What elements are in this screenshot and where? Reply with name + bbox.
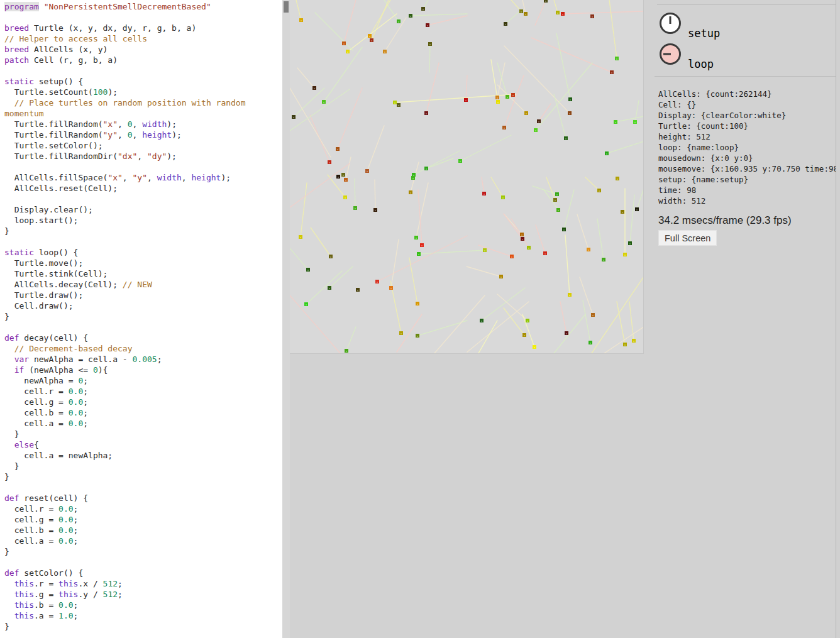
code-line bbox=[4, 194, 246, 204]
code-line: AllCells.fillSpace("x", "y", width, heig… bbox=[4, 172, 246, 183]
code-line: static loop() { bbox=[4, 247, 246, 258]
code-line: var newAlpha = cell.a - 0.005; bbox=[4, 354, 246, 365]
performance-text: 34.2 msecs/frame (29.3 fps) bbox=[658, 214, 792, 227]
code-line: Turtle.fillRandomDir("dx", "dy"); bbox=[4, 151, 246, 162]
code-line: } bbox=[4, 546, 246, 557]
code-line: cell.a = 0.0; bbox=[4, 418, 246, 429]
code-line: this.b = 0.0; bbox=[4, 600, 246, 610]
stats-line: time: 98 bbox=[658, 185, 836, 195]
code-line bbox=[4, 12, 246, 23]
code-line: } bbox=[4, 226, 246, 236]
code-line: cell.a = newAlpha; bbox=[4, 450, 246, 461]
code-line: if (newAlpha <= 0){ bbox=[4, 365, 246, 375]
code-line: Turtle.draw(); bbox=[4, 290, 246, 300]
code-line bbox=[4, 482, 246, 493]
code-line: newAlpha = 0; bbox=[4, 375, 246, 386]
stats-line: width: 512 bbox=[658, 195, 836, 206]
fullscreen-button[interactable]: Full Screen bbox=[658, 230, 717, 246]
stats-panel: AllCells: {count:262144}Cell: {}Display:… bbox=[658, 89, 836, 206]
code-line: Turtle.fillRandom("x", 0, width); bbox=[4, 119, 246, 129]
editor-scrollbar-thumb[interactable] bbox=[284, 1, 289, 13]
code-line: this.r = this.x / 512; bbox=[4, 578, 246, 589]
code-line: this.a = 1.0; bbox=[4, 610, 246, 621]
code-line: cell.r = 0.0; bbox=[4, 386, 246, 397]
code-line: // Decrement-based decay bbox=[4, 343, 246, 354]
code-line: } bbox=[4, 311, 246, 322]
code-line: loop.start(); bbox=[4, 215, 246, 226]
code-line: Turtle.stink(Cell); bbox=[4, 268, 246, 279]
code-line: Turtle.fillRandom("y", 0, height); bbox=[4, 129, 246, 140]
loop-button-label[interactable]: loop bbox=[688, 58, 714, 70]
code-line: Cell.draw(); bbox=[4, 300, 246, 311]
code-line bbox=[4, 322, 246, 333]
editor-scrollbar[interactable] bbox=[282, 0, 290, 638]
stats-line: Display: {clearColor:white} bbox=[658, 110, 836, 121]
code-line: def reset(cell) { bbox=[4, 493, 246, 503]
stats-line: Turtle: {count:100} bbox=[658, 121, 836, 131]
code-editor[interactable]: program "NonPersistentSmellDecrementBase… bbox=[0, 0, 282, 638]
code-line bbox=[4, 65, 246, 76]
code-line: cell.g = 0.0; bbox=[4, 397, 246, 407]
code-line: breed Turtle (x, y, dx, dy, r, g, b, a) bbox=[4, 23, 246, 33]
code-line: breed AllCells (x, y) bbox=[4, 44, 246, 55]
code-line: this.g = this.y / 512; bbox=[4, 589, 246, 600]
code-line: AllCells.decay(Cell); // NEW bbox=[4, 279, 246, 290]
stats-line: AllCells: {count:262144} bbox=[658, 89, 836, 99]
code-line: program "NonPersistentSmellDecrementBase… bbox=[4, 1, 246, 12]
code-line: patch Cell (r, g, b, a) bbox=[4, 55, 246, 65]
app-window: program "NonPersistentSmellDecrementBase… bbox=[0, 0, 840, 638]
code-listing: program "NonPersistentSmellDecrementBase… bbox=[4, 1, 246, 632]
code-line: else{ bbox=[4, 439, 246, 450]
code-line: momentum bbox=[4, 108, 246, 119]
code-line bbox=[4, 162, 246, 172]
panel-divider-bottom bbox=[655, 76, 836, 77]
code-line: def setColor() { bbox=[4, 568, 246, 578]
code-line: // Helper to access all cells bbox=[4, 33, 246, 44]
code-line: Turtle.setColor(); bbox=[4, 140, 246, 151]
setup-button[interactable] bbox=[660, 13, 681, 34]
stats-line: Cell: {} bbox=[658, 99, 836, 110]
code-line: Display.clear(); bbox=[4, 204, 246, 215]
code-line: // Place turtles on random position with… bbox=[4, 97, 246, 108]
code-line: Turtle.setCount(100); bbox=[4, 87, 246, 97]
code-line: cell.b = 0.0; bbox=[4, 525, 246, 536]
setup-button-label[interactable]: setup bbox=[688, 28, 720, 39]
code-line: static setup() { bbox=[4, 76, 246, 87]
stats-line: mousemove: {x:160.935 y:70.750 time:98} bbox=[658, 163, 836, 174]
code-line: cell.g = 0.0; bbox=[4, 514, 246, 525]
loop-button[interactable] bbox=[660, 43, 681, 65]
window-scrollbar[interactable] bbox=[836, 0, 840, 638]
stats-line: mousedown: {x:0 y:0} bbox=[658, 153, 836, 163]
panel-divider-top bbox=[657, 4, 836, 5]
code-line bbox=[4, 236, 246, 247]
code-line: } bbox=[4, 429, 246, 439]
code-line: cell.a = 0.0; bbox=[4, 536, 246, 546]
code-line: } bbox=[4, 461, 246, 471]
code-line: cell.b = 0.0; bbox=[4, 407, 246, 418]
clock-hand-up-icon bbox=[670, 16, 671, 24]
code-line: } bbox=[4, 621, 246, 632]
simulation-canvas[interactable] bbox=[290, 0, 644, 354]
code-line: } bbox=[4, 471, 246, 482]
clock-hand-left-icon bbox=[663, 53, 671, 55]
stats-line: loop: {name:loop} bbox=[658, 142, 836, 153]
code-line: cell.r = 0.0; bbox=[4, 503, 246, 514]
stats-line: setup: {name:setup} bbox=[658, 174, 836, 185]
stats-line: height: 512 bbox=[658, 131, 836, 142]
code-line bbox=[4, 557, 246, 568]
code-line: Turtle.move(); bbox=[4, 258, 246, 268]
code-line: def decay(cell) { bbox=[4, 333, 246, 343]
code-line: AllCells.reset(Cell); bbox=[4, 183, 246, 194]
